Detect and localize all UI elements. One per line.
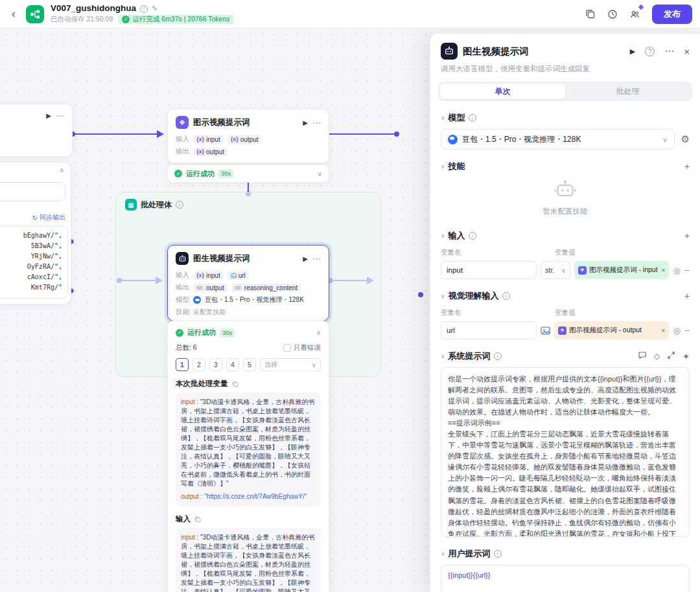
collapse-icon[interactable]: ∧ <box>60 166 64 174</box>
braces-icon: {x} <box>196 136 204 142</box>
variable-input-box[interactable] <box>0 182 65 201</box>
info-icon[interactable]: i <box>502 292 510 300</box>
skill-value: 未配置技能 <box>193 308 226 317</box>
page-button[interactable]: 5 <box>243 358 256 371</box>
tag-text: output <box>240 136 259 143</box>
chevron-down-icon[interactable]: ∨ <box>441 163 445 170</box>
chevron-down-icon[interactable]: ∨ <box>441 233 445 239</box>
sync-icon: ↻ <box>32 214 38 222</box>
info-icon[interactable]: i <box>469 114 476 122</box>
visual-variable-row: url ❖ 图示视频提示词 - output × ◎ − <box>441 321 690 339</box>
check-icon: ✓ <box>176 329 183 337</box>
copy-icon[interactable] <box>194 516 201 523</box>
model-value: 豆包・1.5・Pro・视觉推理・128K <box>462 134 658 145</box>
info-icon[interactable]: i <box>469 232 476 240</box>
info-icon[interactable]: i <box>176 201 183 209</box>
node-image-prompt[interactable]: ❖ 图示视频提示词 ▶ ⋯ 输入 {x}input {x}output 输出 {… <box>167 109 329 163</box>
ai-sparkle-icon[interactable]: ✦ <box>682 352 690 361</box>
add-visual-input-button[interactable]: + <box>684 291 690 301</box>
page-button[interactable]: 4 <box>226 358 239 371</box>
edit-icon[interactable]: ✎ <box>152 5 158 12</box>
model-select[interactable]: 豆包・1.5・Pro・视觉推理・128K ∨ <box>441 129 675 150</box>
node-more-icon[interactable]: ⋯ <box>312 118 321 128</box>
info-icon[interactable]: i <box>494 550 502 558</box>
tab-batch[interactable]: 批处理 <box>565 84 690 99</box>
type-prefix: str. <box>196 284 204 291</box>
variable-name-input[interactable]: input <box>441 261 537 279</box>
node-video-prompt[interactable]: 图生视频提示词 ▶ ⋯ 输入 {x}input url 输出 str.outpu… <box>167 245 329 321</box>
reference-tag[interactable]: ❖ 图示视频提示词 - input × <box>574 261 669 279</box>
help-icon[interactable]: ? <box>645 47 655 56</box>
chevron-down-icon[interactable]: ∨ <box>441 115 445 121</box>
collaboration-icon[interactable] <box>629 9 640 19</box>
node-partial-top[interactable]: ▶ ⋯ <box>0 104 73 157</box>
diamond-icon[interactable]: ◇ <box>654 352 660 361</box>
row-label: 输出 <box>176 283 189 292</box>
reference-mode-icon[interactable]: ◎ <box>673 266 680 275</box>
list-item: bEghawY/", <box>0 231 62 241</box>
duration-badge: 30s <box>218 169 233 178</box>
input-variable-row: input str. ∨ ❖ 图示视频提示词 - input × ◎ − <box>441 261 690 279</box>
remove-reference-icon[interactable]: × <box>661 266 665 274</box>
workflow-title-block: V007_gushidonghua i ✎ 已自动保存 21:50:08 ✓ 运… <box>51 4 234 24</box>
add-skill-button[interactable]: + <box>684 161 690 172</box>
expand-icon[interactable] <box>667 350 675 362</box>
sync-output-toggle[interactable]: ↻ 同步输出 <box>32 213 65 222</box>
info-icon[interactable]: i <box>494 352 502 360</box>
back-button[interactable]: ‹ <box>8 7 19 21</box>
input-code: input : "3D动漫卡通风格，全景，古朴典雅的书房，书架上摆满古籍，书桌上… <box>176 528 321 592</box>
tab-single[interactable]: 单次 <box>440 84 565 99</box>
sync-output-label: 同步输出 <box>40 213 65 222</box>
duplicate-window-icon[interactable] <box>585 9 596 19</box>
workflow-title: V007_gushidonghua <box>51 4 136 14</box>
column-name-label: 变量名 <box>441 308 555 317</box>
page-select[interactable]: 选择 ∨ <box>260 358 321 371</box>
tag-text: input <box>206 136 220 143</box>
node-a-status-pill[interactable]: ✓ 运行成功 30s ∨ <box>167 165 329 183</box>
column-value-label: 变量值 <box>555 308 576 317</box>
chevron-up-icon[interactable]: ∧ <box>316 329 321 336</box>
more-icon[interactable]: ⋯ <box>664 45 674 57</box>
add-input-button[interactable]: + <box>684 231 690 241</box>
chevron-down-icon[interactable]: ∨ <box>441 293 445 299</box>
variable-name-input[interactable]: url <box>441 321 537 339</box>
remove-row-button[interactable]: − <box>684 325 690 336</box>
variable-type-select[interactable]: str. ∨ <box>541 261 570 279</box>
close-icon[interactable]: × <box>684 46 690 57</box>
model-settings-gear-icon[interactable]: ⚙ <box>681 133 690 145</box>
node-run-icon[interactable]: ▶ <box>303 255 308 262</box>
output-variables-card[interactable]: ∧ ↻ 同步输出 bEghawY/", 5B3wA/", YRjNw/", Oy… <box>0 162 71 304</box>
info-icon[interactable]: i <box>140 5 148 13</box>
run-node-button[interactable]: ▶ <box>630 47 635 56</box>
skill-section: ∨ 技能 + 暂未配置技能 <box>430 161 700 219</box>
remove-row-button[interactable]: − <box>684 265 690 275</box>
chevron-down-icon[interactable]: ∨ <box>318 170 322 177</box>
chevron-down-icon[interactable]: ∨ <box>441 551 445 557</box>
chevron-down-icon[interactable]: ∨ <box>441 353 445 359</box>
model-label: 模型 <box>449 112 465 124</box>
reference-mode-icon[interactable]: ◎ <box>673 326 680 336</box>
var-tag: str.output <box>193 284 228 292</box>
comment-icon[interactable] <box>638 350 647 362</box>
page-select-label: 选择 <box>264 360 277 369</box>
only-error-checkbox[interactable] <box>283 344 291 352</box>
publish-button[interactable]: 发布 <box>652 5 692 24</box>
user-prompt-textarea[interactable]: {{input}}{{url}} <box>441 565 690 592</box>
history-icon[interactable] <box>607 9 618 19</box>
page-button[interactable]: 1 <box>176 358 189 371</box>
page-button[interactable]: 3 <box>209 358 222 371</box>
remove-reference-icon[interactable]: × <box>661 326 665 334</box>
node-run-icon[interactable]: ▶ <box>46 112 51 119</box>
list-item: Kmt7Rg/" <box>0 282 62 293</box>
copy-icon[interactable] <box>232 381 239 387</box>
chevron-down-icon: ∨ <box>561 267 566 274</box>
page-button[interactable]: 2 <box>192 358 205 371</box>
node-more-icon[interactable]: ⋯ <box>56 111 64 120</box>
node-more-icon[interactable]: ⋯ <box>312 254 321 264</box>
batch-label: 批处理体 <box>141 199 172 211</box>
system-prompt-textarea[interactable]: 你是一个动效提示词专家，根据用户提供的文本{{input}}和图片{{url}}… <box>441 367 690 537</box>
reference-tag[interactable]: ❖ 图示视频提示词 - output × <box>554 321 669 339</box>
node-run-icon[interactable]: ▶ <box>303 119 308 126</box>
run-status-badge[interactable]: ✓ 运行完成 6m37s | 20766 Tokens <box>118 15 233 24</box>
output-url-list[interactable]: bEghawY/", 5B3wA/", YRjNw/", OyFzRA/", c… <box>0 226 68 299</box>
